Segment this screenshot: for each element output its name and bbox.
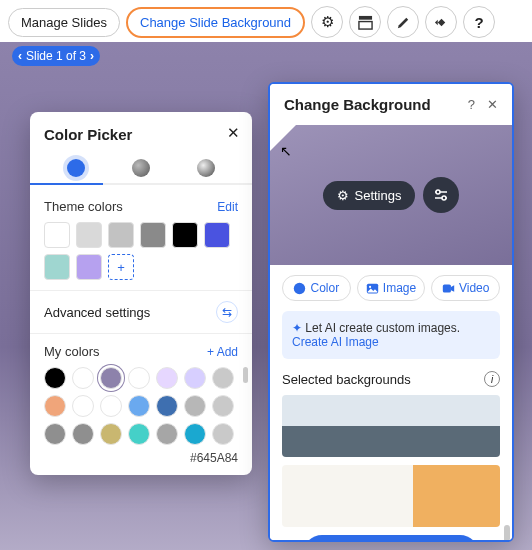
brush-icon[interactable] (387, 6, 419, 38)
theme-swatch[interactable] (140, 222, 166, 248)
my-color-swatch[interactable] (212, 395, 234, 417)
my-color-swatch[interactable] (156, 423, 178, 445)
my-color-swatch[interactable] (128, 423, 150, 445)
tab-solid[interactable] (67, 159, 85, 177)
mode-image-button[interactable]: Image (357, 275, 426, 301)
hex-value: #645A84 (44, 451, 238, 465)
svg-rect-0 (359, 15, 372, 19)
my-color-swatch[interactable] (156, 395, 178, 417)
close-icon[interactable]: ✕ (487, 97, 498, 112)
close-icon[interactable]: ✕ (227, 124, 240, 142)
color-picker-title: Color Picker (44, 126, 238, 143)
theme-swatch[interactable] (76, 222, 102, 248)
svg-point-5 (369, 285, 371, 287)
my-color-swatch[interactable] (128, 395, 150, 417)
mode-color-button[interactable]: Color (282, 275, 351, 301)
my-color-swatch[interactable] (44, 423, 66, 445)
mode-video-button[interactable]: Video (431, 275, 500, 301)
theme-swatch[interactable] (44, 222, 70, 248)
add-swatch-button[interactable]: + (108, 254, 134, 280)
theme-colors-label: Theme colors (44, 199, 123, 214)
adjust-icon[interactable] (423, 177, 459, 213)
selected-backgrounds-label: Selected backgrounds (282, 372, 411, 387)
settings-chip[interactable]: ⚙ Settings (323, 181, 416, 210)
cursor-icon: ↖ (280, 143, 292, 159)
slide-count-label: Slide 1 of 3 (26, 49, 86, 63)
my-color-swatch[interactable] (100, 423, 122, 445)
ai-suggestion-box: ✦ Let AI create custom images. Create AI… (282, 311, 500, 359)
scrollbar[interactable] (504, 525, 510, 540)
my-color-swatch[interactable] (184, 395, 206, 417)
theme-swatch[interactable] (108, 222, 134, 248)
svg-point-3 (442, 196, 446, 200)
add-color-link[interactable]: + Add (207, 345, 238, 359)
theme-swatch[interactable] (172, 222, 198, 248)
help-icon[interactable]: ? (468, 97, 475, 112)
my-color-swatch[interactable] (100, 395, 122, 417)
tab-gradient[interactable] (132, 159, 150, 177)
background-thumbnail[interactable] (282, 465, 500, 527)
advanced-toggle-icon[interactable]: ⇆ (216, 301, 238, 323)
my-color-swatch[interactable] (184, 423, 206, 445)
create-ai-image-link[interactable]: Create AI Image (292, 335, 379, 349)
change-background-panel: Change Background ? ✕ ↖ ⚙ Settings Color (268, 82, 514, 542)
svg-rect-6 (443, 284, 451, 292)
next-slide-icon[interactable]: › (90, 49, 94, 63)
gear-icon[interactable]: ⚙ (311, 6, 343, 38)
advanced-settings-label: Advanced settings (44, 305, 150, 320)
slide-navigator[interactable]: ‹ Slide 1 of 3 › (12, 46, 100, 66)
gear-icon: ⚙ (337, 188, 349, 203)
theme-swatch[interactable] (76, 254, 102, 280)
change-background-title: Change Background (284, 96, 431, 113)
my-color-swatch[interactable] (44, 395, 66, 417)
stage-background: ‹ Slide 1 of 3 › Color Picker ✕ Theme co… (0, 42, 532, 550)
background-thumbnail[interactable] (282, 395, 500, 457)
tab-pattern[interactable] (197, 159, 215, 177)
my-color-swatch[interactable] (184, 367, 206, 389)
background-preview: ↖ ⚙ Settings (270, 125, 512, 265)
help-icon[interactable]: ? (463, 6, 495, 38)
color-picker-panel: Color Picker ✕ Theme colors Edit + Advan… (30, 112, 252, 475)
my-colors-label: My colors (44, 344, 100, 359)
my-color-swatch[interactable] (72, 367, 94, 389)
my-color-swatch[interactable] (156, 367, 178, 389)
edit-theme-link[interactable]: Edit (217, 200, 238, 214)
theme-swatch[interactable] (204, 222, 230, 248)
info-icon[interactable]: i (484, 371, 500, 387)
animation-icon[interactable] (425, 6, 457, 38)
theme-swatch[interactable] (44, 254, 70, 280)
my-color-swatch[interactable] (212, 423, 234, 445)
svg-point-2 (436, 190, 440, 194)
my-color-swatch[interactable] (72, 423, 94, 445)
my-color-swatch[interactable] (212, 367, 234, 389)
prev-slide-icon[interactable]: ‹ (18, 49, 22, 63)
change-slide-background-button[interactable]: Change Slide Background (126, 7, 305, 38)
scrollbar[interactable] (243, 367, 248, 383)
my-color-swatch[interactable] (44, 367, 66, 389)
manage-slides-button[interactable]: Manage Slides (8, 8, 120, 37)
my-color-swatch[interactable] (128, 367, 150, 389)
apply-to-other-slides-button[interactable]: Apply to Other Slides (303, 535, 479, 540)
svg-rect-1 (359, 21, 372, 29)
layout-icon[interactable] (349, 6, 381, 38)
my-color-swatch[interactable] (100, 367, 122, 389)
my-color-swatch[interactable] (72, 395, 94, 417)
